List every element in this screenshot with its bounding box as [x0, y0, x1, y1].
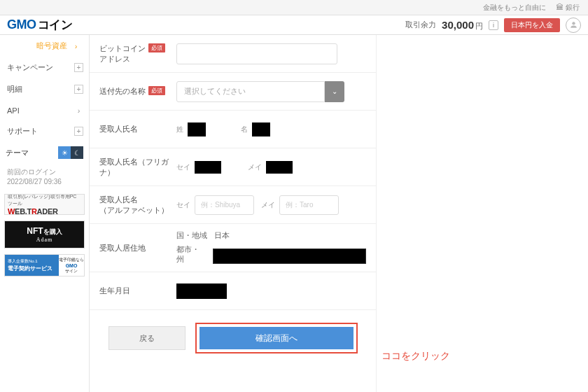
destination-select[interactable]: 選択してください ⌄ — [176, 81, 344, 102]
plus-icon: + — [74, 127, 83, 136]
chevron-down-icon: ⌄ — [325, 81, 344, 102]
sidebar-item-details[interactable]: 明細+ — [0, 78, 89, 100]
sidebar-item-campaign[interactable]: キャンペーン+ — [0, 57, 89, 78]
annotation-text: ココをクリック — [382, 350, 450, 363]
balance-amount: 30,000 — [442, 19, 474, 31]
promo-sign[interactable]: 導入企業数No.1電子契約サービス 電子印鑑ならGMOサイン — [4, 254, 85, 276]
sidebar-item-support[interactable]: サポート+ — [0, 120, 89, 142]
sidebar: 暗号資産› キャンペーン+ 明細+ API› サポート+ テーマ ☀☾ 前回のロ… — [0, 35, 90, 392]
info-button[interactable]: i — [489, 20, 498, 30]
back-button[interactable]: 戻る — [108, 326, 186, 350]
theme-toggle[interactable]: ☀☾ — [58, 146, 83, 159]
confirm-highlight: 確認画面へ — [195, 323, 358, 354]
country-value: 日本 — [214, 231, 230, 241]
sun-icon: ☀ — [58, 146, 71, 159]
redacted — [266, 161, 293, 174]
bank-icon: 🏛 — [556, 3, 564, 11]
form-area: ビットコインアドレス必須 送付先の名称必須 選択してください ⌄ 受取人氏名 姓… — [90, 35, 377, 392]
mei-alpha-input[interactable] — [279, 195, 339, 215]
sidebar-item-crypto[interactable]: 暗号資産› — [0, 35, 89, 57]
required-badge: 必須 — [148, 86, 165, 95]
redacted — [176, 284, 227, 299]
logo[interactable]: GMOコイン — [7, 17, 72, 33]
last-login: 前回のログイン 2022/08/27 09:36 — [0, 163, 89, 191]
confirm-button[interactable]: 確認画面へ — [200, 327, 354, 349]
sidebar-item-api[interactable]: API› — [0, 100, 89, 120]
required-badge: 必須 — [148, 43, 165, 52]
bank-link[interactable]: 🏛 銀行 — [556, 3, 580, 13]
sei-alpha-input[interactable] — [195, 195, 254, 215]
deposit-button[interactable]: 日本円を入金 — [504, 18, 560, 32]
plus-icon: + — [74, 63, 83, 72]
user-icon[interactable] — [566, 18, 581, 33]
balance-label: 取引余力 — [405, 20, 436, 30]
chevron-right-icon: › — [71, 41, 80, 50]
tagline: 金融をもっと自由に — [483, 3, 546, 13]
redacted — [188, 122, 206, 136]
redacted — [252, 122, 270, 136]
chevron-right-icon: › — [74, 106, 83, 115]
theme-label: テーマ — [6, 148, 29, 158]
redacted — [213, 248, 366, 264]
moon-icon: ☾ — [71, 146, 83, 159]
promo-webtrader[interactable]: 取引所(レバレッジ)取引専用PCツール WEB.TRADER — [4, 194, 85, 215]
btc-address-input[interactable] — [176, 43, 337, 64]
promo-nft[interactable]: NFTを購入 Adam — [4, 220, 85, 248]
svg-point-0 — [572, 22, 575, 24]
redacted — [195, 161, 221, 174]
plus-icon: + — [74, 85, 83, 94]
